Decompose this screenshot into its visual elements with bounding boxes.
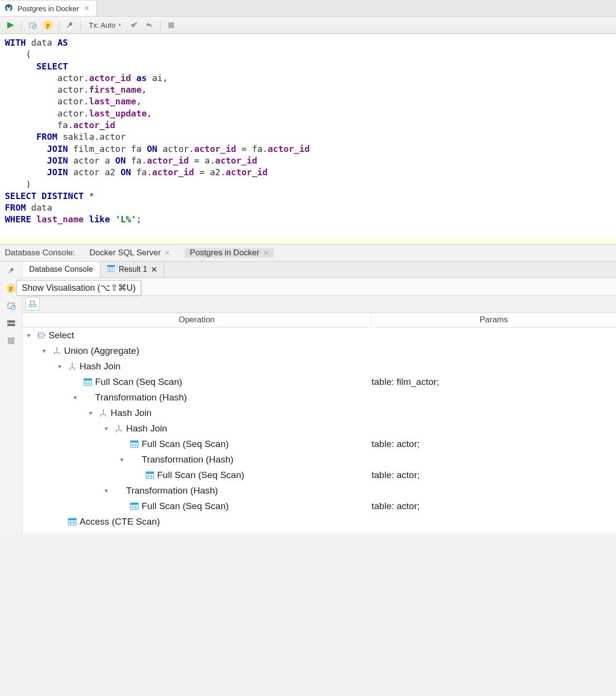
postgres-icon [4,3,14,13]
plan-row-label: Access (CTE Scan) [80,516,160,527]
scan-icon [82,377,93,387]
plan-row[interactable]: Full Scan (Seq Scan)table: film_actor; [22,374,616,390]
scan-icon [129,501,140,511]
svg-rect-2 [168,22,174,28]
disclosure-triangle-icon[interactable]: ▼ [118,457,128,463]
wrench-icon[interactable] [4,265,18,277]
scan-icon [145,470,155,480]
blank-icon [129,455,140,464]
editor-tab-bar: Postgres in Docker ✕ [0,0,616,17]
plan-row[interactable]: Full Scan (Seq Scan)table: actor; [22,467,616,483]
disclosure-triangle-icon[interactable]: ▼ [41,348,50,354]
plan-row[interactable]: ▼ Transformation (Hash) [22,452,616,467]
dbc-tab-docker-sql[interactable]: Docker SQL Server ✕ [85,248,176,258]
svg-rect-41 [130,441,138,443]
plan-row[interactable]: ▼ Select [22,328,616,343]
scan-icon [67,517,78,527]
database-console-header: Database Console: Docker SQL Server ✕ Po… [0,244,616,262]
result-tab-label: Result 1 [119,265,147,274]
table-icon [107,265,115,274]
disclosure-triangle-icon[interactable]: ▼ [87,410,97,416]
svg-rect-12 [29,304,36,307]
result-tab-bar: Database Console Result 1 ✕ [22,262,616,278]
join-icon [67,362,78,371]
history-button[interactable] [26,18,39,32]
plan-row-label: Hash Join [111,408,152,418]
separator [21,20,22,31]
plan-row-params: table: actor; [372,501,616,512]
plan-row-label: Hash Join [80,361,121,372]
plan-row[interactable]: ▼ Transformation (Hash) [22,390,616,405]
plan-col-operation: Operation [22,315,372,325]
close-icon[interactable]: ✕ [151,265,157,274]
plan-row-params: table: actor; [372,439,616,449]
svg-rect-26 [84,379,92,381]
plan-row[interactable]: ▼ Transformation (Hash) [22,483,616,498]
plan-row[interactable]: Full Scan (Seq Scan)table: actor; [22,498,616,514]
result-gutter: p [0,262,22,533]
history-icon[interactable] [4,299,18,312]
disclosure-triangle-icon[interactable]: ▼ [25,332,34,338]
wrench-icon[interactable] [63,18,77,32]
plan-row-label: Select [49,330,74,341]
svg-rect-9 [107,265,115,267]
plan-row[interactable]: Full Scan (Seq Scan)table: actor; [22,436,616,452]
layout2-icon[interactable] [4,334,18,347]
svg-rect-7 [8,337,15,344]
disclosure-triangle-icon[interactable]: ▼ [103,426,112,431]
select-icon [36,331,47,340]
svg-rect-56 [68,518,76,520]
separator [160,20,161,31]
plan-tree[interactable]: ▼ Select▼ Union (Aggregate)▼ Hash Join F… [22,328,616,533]
pin-badge[interactable]: p [4,282,18,295]
tx-mode-combo[interactable]: Tx: Auto ▾ [85,18,125,32]
separator [81,20,81,31]
editor-status-strip [0,237,616,244]
join-icon [113,424,124,433]
plan-row[interactable]: ▼ Union (Aggregate) [22,343,616,359]
chevron-down-icon: ▾ [118,22,121,28]
separator [59,20,59,31]
commit-button[interactable] [127,18,141,32]
result-area: Database Console Result 1 ✕ Show Visuali… [22,262,616,533]
disclosure-triangle-icon[interactable]: ▼ [72,395,81,400]
close-icon[interactable]: ✕ [164,249,170,257]
disclosure-triangle-icon[interactable]: ▼ [56,364,65,369]
plan-row-params: table: actor; [372,470,616,481]
plan-row[interactable]: ▼ Hash Join [22,359,616,374]
run-button[interactable] [4,18,17,32]
join-icon [51,346,62,356]
svg-rect-5 [7,320,15,323]
close-icon[interactable]: ✕ [83,4,91,12]
dbc-label: Database Console: [5,248,75,258]
pin-badge[interactable]: p [41,18,55,32]
close-icon[interactable]: ✕ [263,249,269,257]
plan-row-params: table: film_actor; [372,377,616,387]
result-tab-result1[interactable]: Result 1 ✕ [100,262,165,278]
show-visualisation-button[interactable] [25,297,40,311]
blank-icon [82,393,93,402]
blank-icon [113,486,124,496]
disclosure-triangle-icon[interactable]: ▼ [103,488,112,494]
plan-row[interactable]: ▼ Hash Join [22,405,616,421]
editor-tab-postgres[interactable]: Postgres in Docker ✕ [0,0,97,16]
layout-icon[interactable] [4,317,18,330]
dbc-tab-label: Docker SQL Server [90,248,161,258]
dbc-tab-postgres[interactable]: Postgres in Docker ✕ [185,248,274,258]
history-strip: Show Visualisation (⌥⇧⌘U) [22,278,616,296]
plan-row-label: Full Scan (Seq Scan) [142,501,229,512]
plan-row-label: Union (Aggregate) [64,346,139,356]
plan-row[interactable]: ▼ Hash Join [22,421,616,436]
result-tab-console[interactable]: Database Console [22,262,100,278]
svg-rect-6 [7,324,15,326]
plan-col-params: Params [372,315,616,325]
plan-header: Operation Params [22,313,616,328]
plan-row[interactable]: Access (CTE Scan) [22,514,616,530]
editor-toolbar: p Tx: Auto ▾ [0,17,616,34]
rollback-button[interactable] [143,18,156,32]
stop-button[interactable] [164,18,178,32]
svg-rect-46 [146,472,154,474]
result-panel: p Database Console Result 1 ✕ Show Visu [0,262,616,533]
tx-mode-label: Tx: Auto [89,21,115,29]
sql-editor[interactable]: WITH data AS ( SELECT actor.actor_id as … [0,34,616,237]
